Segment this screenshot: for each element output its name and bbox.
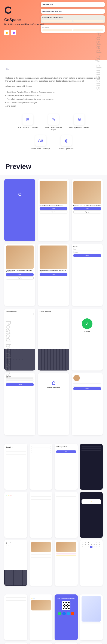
list-item[interactable] (6, 450, 26, 452)
list-item[interactable] (73, 385, 101, 386)
login-button[interactable]: Login (40, 273, 67, 276)
screen-qr: How To Become UX Designer (55, 594, 78, 640)
password-input[interactable]: Password (40, 313, 67, 315)
signup-button[interactable]: Sign Up (6, 383, 34, 386)
keyboard[interactable] (4, 349, 35, 371)
list-item (31, 556, 51, 558)
list-item[interactable] (31, 496, 51, 498)
card[interactable] (56, 553, 76, 554)
signin-button[interactable]: Sign In (73, 254, 101, 257)
screen-onboard: Book a Private Coworking On-Demand Sign … (38, 179, 69, 241)
list-item[interactable] (6, 498, 26, 499)
input[interactable] (31, 446, 51, 448)
signup-button[interactable]: Sign Up (6, 276, 34, 280)
password-input[interactable]: Password (73, 251, 101, 254)
keyboard[interactable] (4, 570, 27, 586)
list-item[interactable] (73, 384, 101, 385)
screen-list (55, 492, 78, 538)
tag[interactable] (61, 449, 63, 449)
card[interactable] (81, 622, 101, 624)
description-text: CoSpace is the coworking app, allowing u… (5, 76, 102, 83)
grid-item[interactable] (8, 545, 10, 546)
feature-box: Aa Global Text & Color Style (30, 135, 51, 150)
tag[interactable] (66, 449, 68, 449)
tag[interactable] (69, 449, 70, 449)
list-item[interactable] (6, 601, 26, 602)
what-users-label: What users can do with the app: (5, 85, 102, 88)
signup-button[interactable]: Sign Up (73, 210, 101, 214)
avatar (73, 375, 80, 381)
input[interactable] (81, 448, 101, 449)
grid-item[interactable] (6, 545, 7, 546)
screen-modal: ⚡ (80, 492, 103, 538)
list-item[interactable] (56, 495, 76, 496)
card[interactable] (31, 598, 33, 599)
mini-card (42, 20, 72, 22)
screen-onboard: Make Fast and Easy Payments through The … (38, 244, 69, 306)
calendar[interactable]: 1234567 891011121314 15161718192021 (81, 542, 101, 548)
grid-item[interactable] (8, 495, 10, 496)
list-item[interactable] (31, 498, 51, 500)
list-item[interactable] (6, 453, 26, 455)
input[interactable] (31, 448, 51, 449)
login-button[interactable]: Login (6, 273, 34, 276)
screen-dark-form (80, 444, 103, 490)
facebook-icon[interactable] (62, 612, 66, 615)
email-input[interactable]: Email (6, 313, 34, 315)
sign-button[interactable]: Sign In (40, 207, 67, 210)
darkmode-icon: ◐ (61, 135, 72, 146)
list-item[interactable] (31, 495, 51, 496)
login-button[interactable]: Login (73, 207, 101, 210)
map[interactable] (81, 596, 101, 622)
input[interactable] (31, 450, 51, 451)
list-item[interactable] (6, 449, 26, 450)
list-item[interactable] (56, 494, 76, 495)
screen-onboard: News and About All Public Events in the … (72, 179, 103, 241)
continue-button[interactable]: Continue (73, 388, 101, 390)
list-item[interactable] (73, 382, 101, 384)
list-item[interactable] (31, 500, 51, 501)
keyboard[interactable] (38, 349, 69, 371)
tag[interactable] (56, 449, 58, 449)
list-item[interactable] (56, 496, 76, 498)
screen-detail (4, 642, 27, 644)
input[interactable] (81, 446, 101, 448)
input[interactable] (6, 377, 34, 378)
share-buttons (56, 612, 76, 615)
list-item[interactable] (6, 596, 26, 598)
next-button[interactable]: Next (56, 450, 76, 453)
list-item[interactable] (31, 494, 51, 495)
list-item[interactable] (6, 599, 26, 601)
mini-card (42, 29, 72, 31)
list-item (31, 558, 51, 559)
grid-item[interactable] (10, 495, 12, 496)
twitter-icon[interactable] (67, 612, 70, 615)
card[interactable] (33, 598, 35, 599)
password-input[interactable]: Password (40, 316, 67, 318)
input[interactable] (31, 452, 51, 453)
grid-item[interactable] (6, 495, 7, 496)
hero-section: C CoSpace Book Workspace and Events On-d… (0, 0, 107, 60)
whatsapp-icon[interactable] (58, 612, 61, 615)
list-item[interactable] (6, 598, 26, 599)
list-item[interactable] (6, 496, 26, 498)
share-icon[interactable] (71, 612, 74, 615)
screens-grid-row1: C Book a Private Coworking On-Demand Sig… (0, 175, 107, 440)
screen-calendar: 1234567 891011121314 15161718192021 (80, 540, 103, 586)
input[interactable] (6, 381, 34, 382)
tag[interactable] (59, 449, 61, 449)
card[interactable] (56, 555, 76, 556)
feature-box: ⊞ 70+ X Screens *2 Version (17, 114, 39, 131)
list-item[interactable] (6, 452, 26, 453)
signup-button[interactable]: Sign Up (40, 210, 67, 214)
screen-image (6, 246, 34, 269)
figma-icon: ⬢ (11, 30, 16, 35)
list-item[interactable] (6, 455, 26, 456)
features-grid: ⊞ 70+ X Screens *2 Version ✎ Smart Layou… (5, 114, 102, 150)
email-input[interactable]: Email (73, 248, 101, 250)
input[interactable] (6, 379, 34, 380)
input[interactable] (81, 450, 101, 451)
tag[interactable] (64, 449, 65, 449)
logo-icon: C (4, 4, 12, 16)
feature-box: ◐ Dark & Light Mode (56, 135, 77, 150)
